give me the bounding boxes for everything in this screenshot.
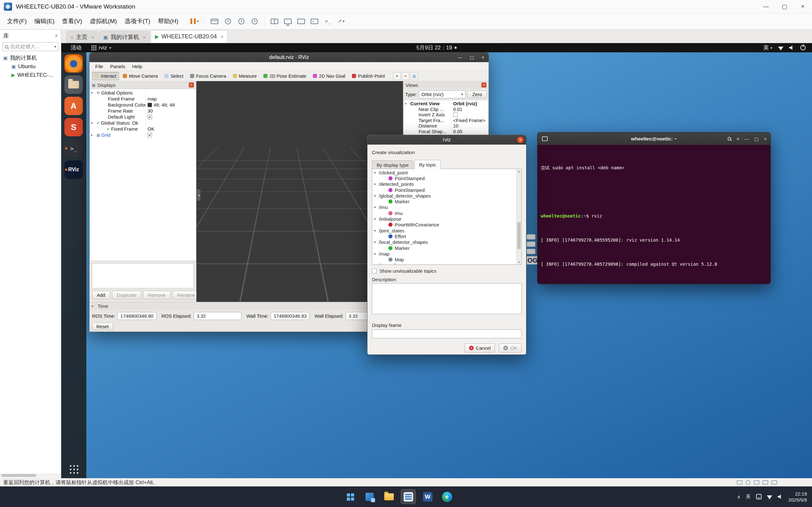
view-property-row[interactable]: Target Fra... <Fixed Frame> bbox=[404, 118, 488, 123]
topic-row[interactable]: Marker bbox=[372, 245, 521, 251]
view-type-dropdown[interactable]: Orbit (rviz) ▾ bbox=[419, 90, 465, 98]
hdd-status-icon[interactable] bbox=[737, 481, 743, 485]
start-button[interactable] bbox=[343, 489, 358, 504]
vmware-close-button[interactable]: × bbox=[794, 0, 812, 13]
display-property-row[interactable]: Background Color 48; 48; 48 bbox=[90, 102, 196, 108]
network-adapter-status-icon[interactable] bbox=[754, 481, 759, 485]
vmware-minimize-button[interactable]: — bbox=[757, 0, 775, 13]
rviz-tool-button[interactable]: Focus Camera bbox=[187, 72, 229, 80]
topic-row[interactable]: ▾ /global_detector_shapes bbox=[372, 193, 521, 199]
expand-icon[interactable]: ▾ bbox=[374, 217, 379, 221]
display-name-input[interactable] bbox=[372, 329, 522, 338]
files-icon[interactable] bbox=[64, 75, 83, 94]
widgets-button[interactable] bbox=[362, 489, 377, 504]
displays-action-button[interactable]: Duplicate bbox=[112, 291, 142, 299]
display-property-row[interactable]: ▾ ✔ Global Status: Ok bbox=[90, 120, 196, 126]
word-button[interactable]: W bbox=[420, 489, 435, 504]
pause-vm-button[interactable]: ▾ bbox=[189, 15, 200, 27]
vmware-menu-item[interactable]: 文件(F) bbox=[3, 15, 31, 27]
terminal-close-button[interactable]: × bbox=[764, 136, 767, 142]
tab-close-icon[interactable]: × bbox=[91, 35, 94, 40]
show-unvisualizable-checkbox[interactable] bbox=[372, 269, 377, 273]
unity-mode-button[interactable] bbox=[309, 15, 320, 27]
expand-icon[interactable]: ▸ bbox=[91, 133, 95, 137]
dialog-close-button[interactable]: × bbox=[517, 137, 523, 143]
ok-button[interactable]: ✔ OK bbox=[499, 343, 522, 352]
display-property-row[interactable]: ✔ Fixed Frame OK bbox=[90, 126, 196, 132]
vmware-taskbar-button[interactable] bbox=[401, 489, 416, 504]
checkbox[interactable]: ✔ bbox=[148, 115, 152, 119]
rviz-menu-item[interactable]: Help bbox=[129, 63, 145, 70]
terminal-menu-icon[interactable]: ≡ bbox=[737, 136, 739, 142]
displays-action-button[interactable]: Rename bbox=[172, 291, 200, 299]
time-field-value[interactable]: 1746800346.80 bbox=[117, 312, 156, 320]
vmware-menu-item[interactable]: 虚拟机(M) bbox=[86, 15, 120, 27]
vm-tab[interactable]: ⌂ 主页 × bbox=[66, 31, 98, 43]
expand-icon[interactable]: ▾ bbox=[374, 229, 379, 232]
edge-button[interactable]: e bbox=[440, 489, 454, 504]
cancel-button[interactable]: × Cancel bbox=[464, 343, 495, 352]
virtual-console-button[interactable]: >_ bbox=[322, 15, 333, 27]
expand-icon[interactable]: ▾ bbox=[374, 182, 379, 186]
dialog-tab[interactable]: By display type bbox=[372, 160, 413, 169]
file-explorer-button[interactable] bbox=[382, 489, 396, 504]
rviz-menu-item[interactable]: File bbox=[92, 63, 106, 70]
input-language-indicator[interactable]: 英 ▾ bbox=[763, 44, 772, 51]
fullscreen-button[interactable]: ↗▾ bbox=[336, 15, 347, 27]
terminal-titlebar[interactable]: wheeltec@noetic: ~ ≡ — ▢ × bbox=[538, 132, 770, 145]
revert-snapshot-button[interactable] bbox=[236, 15, 247, 27]
rviz-menu-item[interactable]: Panels bbox=[107, 63, 128, 70]
library-search-input[interactable] bbox=[10, 44, 52, 50]
topic-row[interactable]: ▾ /joint_states bbox=[372, 228, 521, 233]
scroll-down-icon[interactable]: ▾ bbox=[518, 261, 520, 264]
topic-row[interactable]: ▾ /imu bbox=[372, 205, 521, 210]
description-textarea[interactable] bbox=[372, 283, 522, 314]
rviz-tool-button[interactable]: Move Camera bbox=[120, 72, 161, 80]
vmware-menu-item[interactable]: 查看(V) bbox=[58, 15, 86, 27]
expand-icon[interactable]: ▾ bbox=[374, 240, 379, 244]
zero-button[interactable]: Zero bbox=[467, 91, 487, 98]
vmware-menu-item[interactable]: 帮助(H) bbox=[154, 15, 182, 27]
rviz-minimize-button[interactable]: — bbox=[458, 55, 462, 60]
record-button[interactable]: ◎ bbox=[410, 72, 418, 80]
time-field-value[interactable]: 1746800346.83 bbox=[271, 312, 309, 320]
power-icon[interactable] bbox=[800, 45, 806, 50]
view-property-row[interactable]: Invert Z Axis bbox=[404, 112, 488, 118]
scroll-up-icon[interactable]: ▴ bbox=[518, 170, 520, 173]
displays-action-button[interactable]: Add bbox=[92, 291, 110, 299]
expand-icon[interactable]: ▾ bbox=[91, 121, 95, 125]
sound-status-icon[interactable] bbox=[771, 481, 777, 485]
display-property-row[interactable]: Frame Rate 30 bbox=[90, 108, 196, 114]
remove-tool-button[interactable]: − bbox=[402, 72, 409, 80]
library-tree-item[interactable]: ▶ WHEELTEC-... bbox=[0, 71, 61, 79]
library-search[interactable]: ▾ bbox=[3, 42, 58, 51]
volume-icon[interactable] bbox=[789, 45, 795, 50]
topic-row[interactable]: Imu bbox=[372, 210, 521, 216]
vmware-maximize-button[interactable]: ▢ bbox=[775, 0, 794, 13]
rviz-tool-button[interactable]: Select bbox=[161, 72, 186, 80]
display-property-row[interactable]: ▾ ⚙ Global Options bbox=[90, 90, 196, 96]
topic-list-scrollbar[interactable]: ▴ ▾ bbox=[516, 169, 521, 265]
vm-tab[interactable]: ▣ 我的计算机 × bbox=[99, 31, 150, 43]
topic-row[interactable]: ▾ /local_detector_shapes bbox=[372, 239, 521, 245]
rviz-titlebar[interactable]: default.rviz - RViz — ▢ × bbox=[90, 53, 489, 62]
expand-icon[interactable]: ▾ bbox=[405, 102, 409, 105]
rviz-tool-button[interactable]: 2D Nav Goal bbox=[310, 72, 348, 80]
rviz-maximize-button[interactable]: ▢ bbox=[470, 55, 474, 60]
expand-icon[interactable]: ▾ bbox=[374, 171, 379, 174]
tray-overflow-chevron[interactable]: ∧ bbox=[737, 494, 741, 500]
network-icon[interactable] bbox=[778, 45, 783, 50]
terminal-minimize-button[interactable]: — bbox=[745, 136, 749, 142]
vm-tab[interactable]: ▶ WHEELTEC-UB20.04 × bbox=[151, 30, 227, 43]
vmware-menu-item[interactable]: 编辑(E) bbox=[31, 15, 58, 27]
rviz-tool-button[interactable]: Interact bbox=[92, 72, 119, 80]
rviz-tool-button[interactable]: 2D Pose Estimate bbox=[260, 72, 309, 80]
expand-icon[interactable]: ▾ bbox=[374, 264, 379, 265]
add-tool-button[interactable]: + bbox=[393, 72, 401, 80]
s-app-icon[interactable]: S bbox=[64, 118, 83, 136]
scrollbar-thumb[interactable] bbox=[517, 222, 521, 249]
usb-status-icon[interactable] bbox=[762, 481, 768, 485]
search-dropdown-icon[interactable]: ▾ bbox=[54, 44, 56, 49]
topic-row[interactable]: PoseWithCovariance bbox=[372, 222, 521, 228]
expand-icon[interactable]: ▾ bbox=[91, 91, 95, 95]
